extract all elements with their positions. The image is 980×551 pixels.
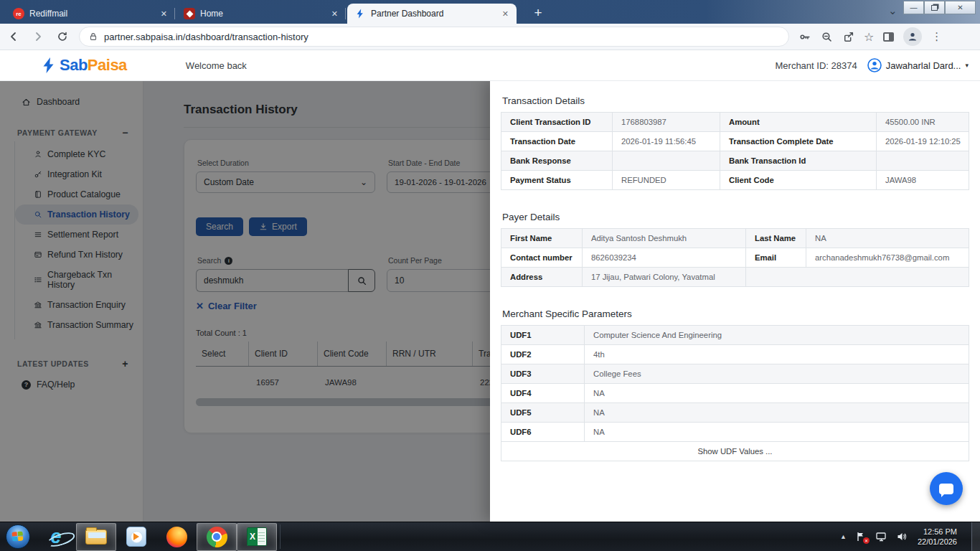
field-value-empty xyxy=(746,268,969,287)
field-label: Email xyxy=(746,248,806,268)
user-name: Jawaharlal Dard... xyxy=(886,60,961,71)
field-label: Client Transaction ID xyxy=(501,113,613,132)
password-key-icon[interactable] xyxy=(799,31,811,43)
tab-close-icon[interactable]: ✕ xyxy=(159,9,169,19)
field-label: Transaction Date xyxy=(501,132,613,151)
taskbar-internet-explorer[interactable]: e xyxy=(36,523,76,551)
tab-title: Rediffmail xyxy=(29,9,154,19)
rediffmail-icon: re xyxy=(13,8,24,19)
table-row: Payment Status REFUNDED Client Code JAWA… xyxy=(501,171,969,190)
back-icon[interactable] xyxy=(3,27,24,47)
tab-partner-dashboard[interactable]: Partner Dashboard ✕ xyxy=(347,4,517,24)
tab-separator xyxy=(345,8,346,19)
chrome-icon xyxy=(207,527,227,547)
udf-value: NA xyxy=(585,403,969,423)
transaction-details-drawer: Transaction Details Client Transaction I… xyxy=(490,81,980,522)
chat-fab-button[interactable] xyxy=(930,472,963,505)
window-restore-button[interactable] xyxy=(924,1,945,14)
tab-rediffmail[interactable]: re Rediffmail ✕ xyxy=(6,4,175,24)
udf-value: Computer Science And Engineering xyxy=(585,326,969,345)
table-row: UDF1 Computer Science And Engineering xyxy=(501,326,969,345)
share-icon[interactable] xyxy=(842,31,854,43)
firefox-icon xyxy=(166,527,187,547)
taskbar-file-explorer[interactable] xyxy=(76,523,116,551)
table-row: UDF5 NA xyxy=(501,403,969,423)
profile-avatar[interactable] xyxy=(903,27,922,46)
taskbar-clock[interactable]: 12:56 PM 22/01/2026 xyxy=(918,527,957,547)
tab-separator xyxy=(174,8,175,19)
windows-start-icon xyxy=(6,524,30,549)
merchant-id: Merchant ID: 28374 xyxy=(776,60,857,71)
home-site-icon xyxy=(184,8,195,19)
network-icon[interactable] xyxy=(875,531,887,542)
field-value: archanadeshmukh76738@gmail.com xyxy=(806,248,969,268)
field-label: Last Name xyxy=(746,229,806,248)
zoom-out-icon[interactable] xyxy=(821,31,833,43)
table-row: Contact number 8626039234 Email archanad… xyxy=(501,248,969,268)
table-row: Address 17 Jijau, Patwari Colony, Yavatm… xyxy=(501,268,969,287)
forward-icon[interactable] xyxy=(27,27,49,47)
field-value: 17 Jijau, Patwari Colony, Yavatmal xyxy=(583,268,746,287)
field-value: 1768803987 xyxy=(613,113,720,132)
tab-search-chevron-icon[interactable]: ⌄ xyxy=(888,4,897,17)
table-row: Bank Response Bank Transaction Id xyxy=(501,151,969,171)
system-tray: ▲ ✕ 12:56 PM 22/01/2026 xyxy=(840,522,980,551)
field-value: 2026-01-19 11:56:45 xyxy=(613,132,720,151)
welcome-text: Welcome back xyxy=(186,60,247,71)
action-center-flag-icon[interactable]: ✕ xyxy=(855,531,867,542)
sabpaisa-logo[interactable]: SabPaisa xyxy=(40,56,127,75)
show-desktop-button[interactable] xyxy=(971,522,980,551)
table-row: UDF2 4th xyxy=(501,345,969,364)
udf-label: UDF3 xyxy=(501,364,585,384)
show-udf-values-link[interactable]: Show UDF Values ... xyxy=(501,442,969,461)
udf-label: UDF4 xyxy=(501,384,585,403)
field-label: Payment Status xyxy=(501,171,613,190)
start-button[interactable] xyxy=(0,523,36,551)
taskbar-media-player[interactable] xyxy=(116,523,156,551)
lock-icon xyxy=(88,32,98,42)
user-menu[interactable]: Jawaharlal Dard... ▾ xyxy=(867,58,969,72)
field-value: 45500.00 INR xyxy=(877,113,969,132)
page-body: Dashboard PAYMENT GATEWAY − Complete KYC xyxy=(0,81,980,522)
side-panel-icon[interactable] xyxy=(883,32,894,42)
field-label: Transaction Complete Date xyxy=(720,132,877,151)
restore-icon xyxy=(931,5,938,11)
taskbar-chrome[interactable] xyxy=(197,523,237,551)
address-bar[interactable]: partner.sabpaisa.in/dashboard/transactio… xyxy=(79,27,789,47)
field-label: Amount xyxy=(720,113,877,132)
clock-date: 22/01/2026 xyxy=(918,537,957,547)
taskbar-firefox[interactable] xyxy=(156,523,197,551)
tab-home[interactable]: Home ✕ xyxy=(176,4,346,24)
reload-icon[interactable] xyxy=(52,27,73,47)
udf-value: NA xyxy=(585,423,969,442)
tab-close-icon[interactable]: ✕ xyxy=(329,9,340,19)
bookmark-star-icon[interactable]: ☆ xyxy=(864,30,874,44)
volume-icon[interactable] xyxy=(896,531,908,542)
field-label: Bank Response xyxy=(501,151,613,171)
browser-menu-icon[interactable]: ⋮ xyxy=(931,30,942,43)
udf-value: 4th xyxy=(585,345,969,364)
person-icon xyxy=(907,31,918,42)
field-value: JAWA98 xyxy=(877,171,969,190)
field-value: NA xyxy=(806,229,969,248)
taskbar-divider xyxy=(280,524,281,549)
table-row: Transaction Date 2026-01-19 11:56:45 Tra… xyxy=(501,132,969,151)
udf-label: UDF5 xyxy=(501,403,585,423)
payer-details-table: First Name Aditya Santosh Deshmukh Last … xyxy=(501,228,969,287)
browser-tab-strip: re Rediffmail ✕ Home ✕ Partner Dashboard… xyxy=(0,0,980,24)
new-tab-button[interactable]: + xyxy=(529,4,547,22)
transaction-details-table: Client Transaction ID 1768803987 Amount … xyxy=(501,112,969,190)
taskbar-excel[interactable]: X xyxy=(237,523,277,551)
tab-title: Home xyxy=(200,9,324,19)
window-minimize-button[interactable]: — xyxy=(903,1,924,14)
media-player-icon xyxy=(126,527,146,547)
tab-close-icon[interactable]: ✕ xyxy=(500,9,511,19)
payer-details-title: Payer Details xyxy=(502,212,969,222)
window-close-button[interactable]: ✕ xyxy=(945,1,976,14)
tray-expand-icon[interactable]: ▲ xyxy=(840,533,847,540)
field-value: 8626039234 xyxy=(583,248,746,268)
clock-time: 12:56 PM xyxy=(918,527,957,537)
error-badge-icon: ✕ xyxy=(863,537,870,544)
sabpaisa-bolt-icon xyxy=(40,57,57,74)
tab-title: Partner Dashboard xyxy=(371,9,495,19)
